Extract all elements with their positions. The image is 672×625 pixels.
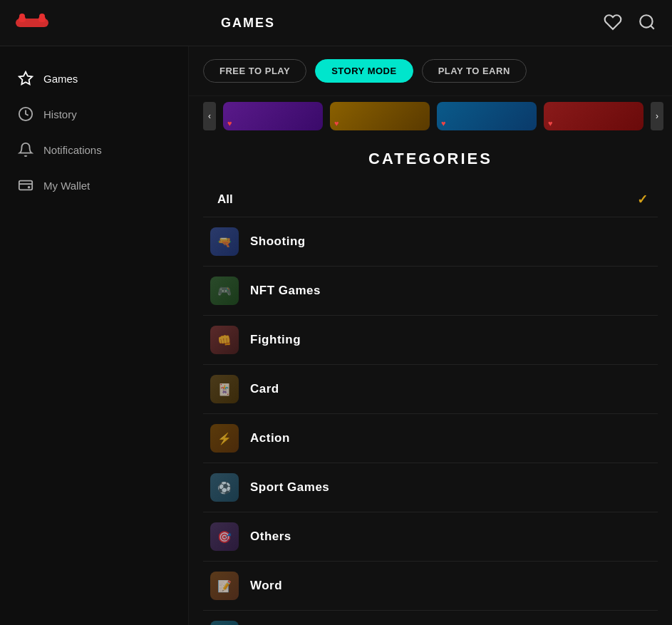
category-label: NFT Games	[250, 284, 321, 298]
check-icon: ✓	[637, 192, 648, 207]
category-item-racing[interactable]: 🏎️ 🏎️ Racing	[203, 611, 658, 625]
category-item-word[interactable]: 📝 Word	[203, 562, 658, 611]
search-icon[interactable]	[638, 13, 658, 33]
svg-point-10	[29, 187, 30, 188]
scroll-left-button[interactable]: ‹	[203, 102, 216, 130]
sidebar-item-label: My Wallet	[43, 180, 90, 192]
category-label: Sport Games	[250, 480, 329, 495]
game-thumbnail[interactable]: ♥	[544, 102, 643, 130]
sidebar-item-label: Notifications	[43, 144, 102, 156]
svg-line-6	[651, 26, 654, 29]
thumbnails-row: ‹ ♥ ♥ ♥ ♥ ›	[189, 96, 672, 135]
category-item-others[interactable]: 🎯 Others	[203, 512, 658, 562]
sidebar-item-wallet[interactable]: My Wallet	[0, 167, 188, 203]
category-list: All ✓ 🔫 Shooting 🎮 NFT Games	[203, 182, 658, 625]
game-thumbnail[interactable]: ♥	[330, 102, 430, 130]
content-area: FREE TO PLAY STORY MODE PLAY TO EARN ‹ ♥…	[189, 46, 672, 625]
category-label: Shooting	[250, 234, 306, 249]
heart-badge: ♥	[441, 119, 446, 128]
heart-badge: ♥	[227, 119, 232, 128]
category-icon-sport: ⚽	[210, 473, 239, 502]
category-label: Word	[250, 579, 282, 593]
filter-free-to-play[interactable]: FREE TO PLAY	[203, 59, 306, 83]
category-icon-racing: 🏎️	[210, 621, 239, 625]
category-item-card[interactable]: 🃏 Card	[203, 365, 658, 414]
category-icon-shooting: 🔫	[210, 227, 239, 256]
category-item-nft[interactable]: 🎮 NFT Games	[203, 267, 658, 316]
star-icon	[18, 71, 33, 86]
category-label: Card	[250, 382, 279, 396]
sidebar-item-label: History	[43, 108, 77, 120]
header-left: GAMES	[14, 12, 275, 33]
svg-point-4	[39, 14, 45, 19]
heart-badge: ♥	[548, 119, 553, 128]
category-icon-card: 🃏	[210, 375, 239, 403]
category-icon-fighting: 👊	[210, 326, 239, 354]
sidebar: Games History Notifications	[0, 46, 189, 625]
category-icon-others: 🎯	[210, 522, 239, 551]
category-icon-action: ⚡	[210, 424, 239, 453]
heart-badge: ♥	[334, 119, 339, 128]
sidebar-item-notifications[interactable]: Notifications	[0, 132, 188, 167]
category-icon-word: 📝	[210, 572, 239, 600]
svg-rect-9	[19, 181, 32, 190]
sidebar-item-history[interactable]: History	[0, 96, 188, 132]
svg-point-3	[19, 14, 25, 19]
bell-icon	[18, 142, 33, 157]
category-item-fighting[interactable]: 👊 Fighting	[203, 316, 658, 365]
svg-point-5	[640, 15, 652, 27]
svg-marker-7	[19, 72, 32, 84]
category-item-all[interactable]: All ✓	[203, 182, 658, 217]
filter-tabs: FREE TO PLAY STORY MODE PLAY TO EARN	[189, 46, 672, 96]
header: GAMES	[0, 0, 672, 46]
page-title: GAMES	[221, 16, 275, 31]
sidebar-item-games[interactable]: Games	[0, 61, 188, 96]
categories-title: CATEGORIES	[203, 150, 658, 168]
sidebar-item-label: Games	[43, 73, 78, 85]
category-label: All	[217, 192, 233, 207]
filter-story-mode[interactable]: STORY MODE	[315, 59, 413, 83]
category-icon-nft: 🎮	[210, 277, 239, 305]
game-thumbnail[interactable]: ♥	[437, 102, 537, 130]
logo	[14, 12, 50, 33]
clock-icon	[18, 106, 33, 122]
categories-section: CATEGORIES All ✓ 🔫 Shooting �	[189, 135, 672, 625]
scroll-right-button[interactable]: ›	[651, 102, 663, 130]
main-layout: Games History Notifications	[0, 46, 672, 625]
filter-play-to-earn[interactable]: PLAY TO EARN	[422, 59, 527, 83]
category-item-shooting[interactable]: 🔫 Shooting	[203, 217, 658, 267]
category-label: Others	[250, 530, 291, 544]
wallet-icon	[18, 177, 33, 193]
header-icons	[604, 13, 658, 33]
category-label: Fighting	[250, 333, 301, 347]
category-item-sport[interactable]: ⚽ Sport Games	[203, 463, 658, 512]
game-thumbnail[interactable]: ♥	[223, 102, 323, 130]
category-label: Action	[250, 431, 290, 445]
category-item-action[interactable]: ⚡ Action	[203, 414, 658, 463]
heart-icon[interactable]	[604, 13, 624, 33]
